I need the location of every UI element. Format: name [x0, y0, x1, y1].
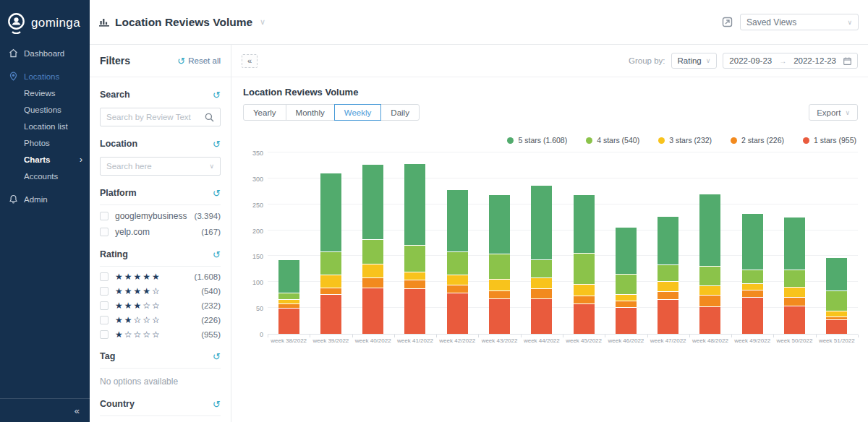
legend-item-1-stars[interactable]: 1 stars (955): [803, 136, 856, 145]
location-search-input[interactable]: [106, 162, 193, 171]
tab-monthly[interactable]: Monthly: [286, 104, 335, 121]
stacked-bar[interactable]: [742, 213, 763, 334]
bar-segment: [784, 297, 805, 306]
y-tick-label: 100: [252, 279, 263, 286]
checkbox[interactable]: [100, 301, 109, 310]
date-to-value[interactable]: 2022-12-23: [793, 56, 836, 65]
legend-item-3-stars[interactable]: 3 stars (232): [658, 136, 712, 145]
checkbox[interactable]: [100, 330, 109, 339]
stacked-bar[interactable]: [320, 173, 341, 334]
bar-column: [773, 153, 815, 334]
axis-tick: [352, 335, 353, 337]
sidebar-item-questions[interactable]: Questions: [0, 101, 90, 118]
bar-column: [689, 153, 731, 334]
bar-segment: [616, 294, 637, 301]
rating-option-3-stars[interactable]: ★★★☆☆(232): [100, 301, 221, 310]
platform-option-googlemybusiness[interactable]: googlemybusiness(3.394): [100, 211, 221, 221]
legend-dot: [803, 137, 809, 144]
location-filter-label: Location: [100, 139, 137, 149]
reset-icon[interactable]: ↺: [213, 139, 221, 149]
app-window: gominga DashboardLocationsReviewsQuestio…: [0, 0, 868, 422]
reset-icon[interactable]: ↺: [213, 189, 221, 198]
date-range-picker[interactable]: 2022-09-23 → 2022-12-23: [723, 53, 858, 69]
export-button[interactable]: Export ∨: [809, 104, 858, 121]
checkbox[interactable]: [100, 287, 109, 296]
stacked-bar[interactable]: [699, 194, 720, 334]
rating-option-5-stars[interactable]: ★★★★★(1.608): [100, 272, 221, 281]
reset-icon[interactable]: ↺: [213, 90, 221, 100]
bar-column: [605, 153, 647, 334]
rating-option-4-stars[interactable]: ★★★★☆(540): [100, 287, 221, 296]
sidebar-item-dashboard[interactable]: Dashboard: [0, 45, 90, 61]
rating-filter-label: Rating: [100, 249, 128, 259]
stacked-bar[interactable]: [784, 217, 805, 334]
legend-item-4-stars[interactable]: 4 stars (540): [586, 136, 639, 145]
group-by-label: Group by:: [629, 56, 665, 65]
legend-item-5-stars[interactable]: 5 stars (1.608): [507, 136, 567, 145]
sidebar-item-accounts[interactable]: Accounts: [0, 168, 90, 184]
chevron-down-icon[interactable]: ∨: [260, 17, 265, 27]
tab-weekly[interactable]: Weekly: [334, 104, 382, 121]
stacked-bar[interactable]: [278, 259, 299, 334]
bar-chart-icon: [99, 17, 109, 27]
sidebar-item-charts[interactable]: Charts›: [0, 151, 90, 168]
brand-logo: gominga: [0, 0, 90, 38]
stacked-bar[interactable]: [531, 185, 552, 334]
checkbox[interactable]: [100, 212, 109, 220]
tab-yearly[interactable]: Yearly: [243, 104, 286, 121]
legend-label: 3 stars (232): [669, 136, 712, 145]
bar-column: [521, 153, 563, 334]
stacked-bar[interactable]: [826, 257, 847, 334]
stacked-bar[interactable]: [362, 164, 383, 334]
star-rating-icons: ★☆☆☆☆: [115, 330, 161, 339]
stacked-bar[interactable]: [574, 194, 595, 334]
filters-collapse-button[interactable]: «: [242, 54, 258, 68]
reset-icon[interactable]: ↺: [213, 250, 221, 259]
top-bar-right: Saved Views ∨: [722, 14, 859, 30]
group-by-select[interactable]: Rating ∨: [671, 53, 718, 69]
bar-segment: [531, 288, 552, 298]
axis-tick: [436, 335, 437, 337]
stacked-bar[interactable]: [616, 227, 637, 334]
stacked-bar[interactable]: [489, 194, 510, 334]
checkbox[interactable]: [100, 228, 109, 236]
bar-segment: [320, 275, 341, 288]
home-icon: [9, 48, 18, 58]
stacked-bar[interactable]: [447, 189, 468, 334]
rating-option-1-stars[interactable]: ★☆☆☆☆(955): [100, 330, 221, 339]
stacked-bar[interactable]: [404, 163, 425, 334]
sidebar-item-reviews[interactable]: Reviews: [0, 85, 90, 101]
platform-option-yelp-com[interactable]: yelp.com(167): [100, 227, 221, 237]
filter-section-rating: Rating ↺ ★★★★★(1.608)★★★★☆(540)★★★☆☆(232…: [100, 249, 221, 339]
date-from-value[interactable]: 2022-09-23: [729, 56, 772, 65]
axis-tick: [394, 335, 395, 337]
page-title-wrap[interactable]: Location Reviews Volume ∨: [99, 16, 265, 29]
location-select[interactable]: ∨: [100, 157, 221, 176]
legend-item-2-stars[interactable]: 2 stars (226): [731, 136, 784, 145]
bar-column: [352, 153, 394, 334]
rating-option-count: (955): [201, 330, 221, 339]
axis-tick: [816, 335, 817, 337]
sidebar-item-photos[interactable]: Photos: [0, 134, 90, 151]
stacked-bar[interactable]: [658, 216, 678, 334]
saved-views-select[interactable]: Saved Views ∨: [740, 14, 859, 30]
sidebar-item-admin[interactable]: Admin: [0, 191, 90, 207]
checkbox[interactable]: [100, 316, 109, 324]
search-icon[interactable]: [205, 113, 214, 122]
reset-icon[interactable]: ↺: [213, 400, 221, 409]
sidebar-item-location-list[interactable]: Location list: [0, 118, 90, 134]
star-rating-icons: ★★★★★: [115, 272, 161, 281]
sidebar-item-locations[interactable]: Locations: [0, 68, 90, 85]
reset-icon[interactable]: ↺: [213, 352, 221, 361]
x-tick-label: week 42/2022: [436, 337, 478, 344]
search-input[interactable]: [106, 113, 193, 121]
y-tick-label: 250: [252, 202, 263, 209]
tag-empty-note: No options available: [100, 376, 221, 387]
y-tick-label: 150: [252, 253, 263, 260]
sidebar-collapse-button[interactable]: «: [0, 398, 90, 422]
tab-daily[interactable]: Daily: [380, 104, 420, 121]
reset-all-button[interactable]: ↺ Reset all: [177, 56, 221, 66]
saved-views-icon[interactable]: [722, 17, 733, 27]
rating-option-2-stars[interactable]: ★★☆☆☆(226): [100, 316, 221, 324]
checkbox[interactable]: [100, 272, 109, 281]
